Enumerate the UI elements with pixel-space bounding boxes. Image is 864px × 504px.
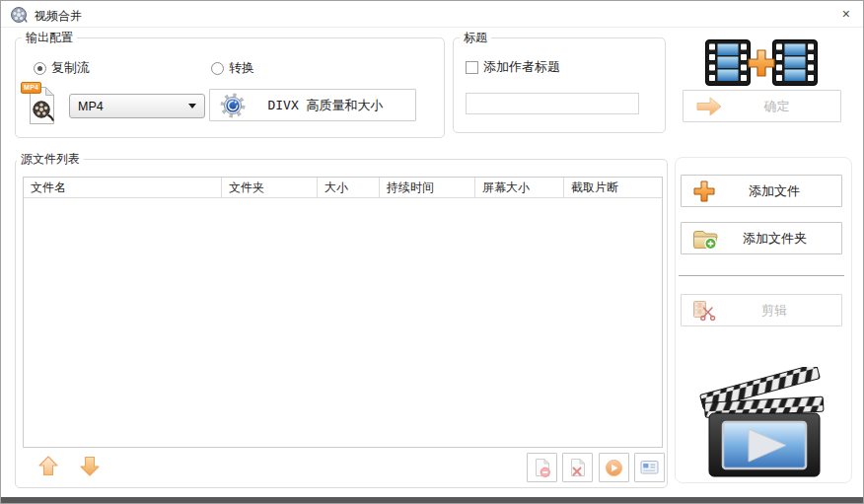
title-bar: 视频合并 × <box>1 1 863 28</box>
page-x-icon <box>568 458 587 477</box>
details-icon <box>640 460 660 475</box>
window-bottom-edge <box>1 497 863 503</box>
checkbox-icon[interactable] <box>466 61 478 74</box>
add-folder-button[interactable]: 添加文件夹 <box>681 222 842 254</box>
source-list-group: 源文件列表 文件名文件夹大小持续时间屏幕大小截取片断 <box>15 159 668 488</box>
merge-films-icon <box>705 39 818 86</box>
folder-plus-icon <box>691 226 718 251</box>
column-header-6[interactable]: 截取片断 <box>564 178 662 197</box>
filmstrip-scissors-icon <box>691 299 717 323</box>
divx-quality-button[interactable]: DIVX 高质量和大小 <box>209 89 416 121</box>
mp4-badge: MP4 <box>21 82 41 94</box>
clapperboard-icon <box>695 367 828 481</box>
clear-list-button[interactable] <box>562 453 593 482</box>
add-file-label: 添加文件 <box>717 182 831 200</box>
add-author-title-checkbox[interactable]: 添加作者标题 <box>466 58 560 76</box>
remove-file-button[interactable] <box>527 453 557 482</box>
clip-button[interactable]: 剪辑 <box>681 294 842 326</box>
gear-icon <box>220 93 246 118</box>
actions-panel: 添加文件 添加文件夹 <box>675 157 852 483</box>
chevron-down-icon <box>188 104 196 108</box>
add-file-button[interactable]: 添加文件 <box>681 175 842 207</box>
output-config-label: 输出配置 <box>22 30 77 45</box>
source-list-label: 源文件列表 <box>17 151 84 167</box>
film-strip-icon <box>772 39 818 86</box>
output-config-group: 输出配置 复制流 转换 MP4 MP4 <box>15 37 445 138</box>
arrow-right-icon <box>693 94 723 119</box>
column-header-1[interactable]: 文件名 <box>24 178 222 197</box>
radio-copy-stream[interactable]: 复制流 <box>34 59 90 77</box>
mp4-file-icon: MP4 <box>24 85 61 128</box>
close-icon[interactable]: × <box>842 6 850 22</box>
format-dropdown[interactable]: MP4 <box>69 94 205 118</box>
add-folder-label: 添加文件夹 <box>718 230 831 248</box>
move-down-button[interactable] <box>79 455 101 477</box>
confirm-label: 确定 <box>723 98 830 115</box>
preview-button[interactable] <box>599 453 629 482</box>
title-group: 标题 添加作者标题 <box>453 37 666 133</box>
app-film-reel-icon <box>10 6 28 24</box>
author-title-input[interactable] <box>466 93 639 114</box>
file-list-area[interactable] <box>24 199 662 447</box>
title-group-label: 标题 <box>460 30 491 45</box>
radio-unselected-icon[interactable] <box>211 62 224 75</box>
format-dropdown-value: MP4 <box>78 100 104 113</box>
confirm-button[interactable]: 确定 <box>683 90 841 122</box>
radio-convert[interactable]: 转换 <box>211 59 254 77</box>
table-header: 文件名文件夹大小持续时间屏幕大小截取片断 <box>24 178 662 198</box>
divx-quality-label: DIVX 高质量和大小 <box>246 97 405 114</box>
window-title: 视频合并 <box>35 8 82 25</box>
file-table: 文件名文件夹大小持续时间屏幕大小截取片断 <box>23 177 663 448</box>
app-window: 视频合并 × 输出配置 复制流 转换 MP4 MP4 <box>0 0 864 504</box>
page-minus-icon <box>533 458 551 477</box>
add-author-title-label: 添加作者标题 <box>483 58 560 76</box>
radio-convert-label: 转换 <box>229 59 254 77</box>
plus-icon <box>691 179 717 204</box>
plus-icon <box>745 46 778 80</box>
properties-button[interactable] <box>634 453 665 482</box>
move-up-button[interactable] <box>37 455 59 477</box>
column-header-3[interactable]: 大小 <box>318 178 380 197</box>
radio-copy-stream-label: 复制流 <box>51 59 90 77</box>
column-header-5[interactable]: 屏幕大小 <box>475 178 564 197</box>
column-header-2[interactable]: 文件夹 <box>222 178 318 197</box>
clip-label: 剪辑 <box>717 302 831 320</box>
column-header-4[interactable]: 持续时间 <box>380 178 475 197</box>
radio-selected-icon[interactable] <box>34 62 46 75</box>
divider <box>679 275 844 276</box>
play-icon <box>605 459 623 477</box>
